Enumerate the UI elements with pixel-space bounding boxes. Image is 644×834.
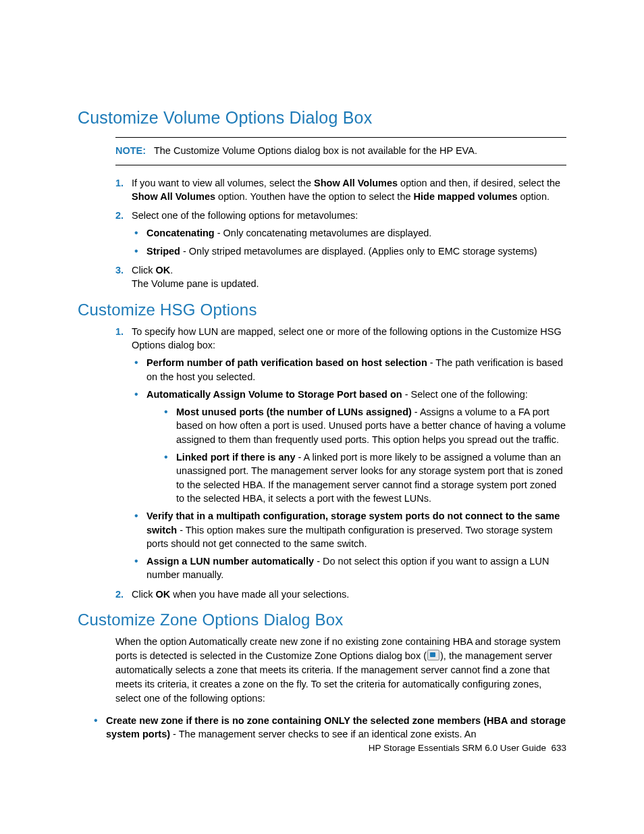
- section1-content: NOTE: The Customize Volume Options dialo…: [115, 137, 566, 291]
- bullet-item: Most unused ports (the number of LUNs as…: [161, 405, 566, 446]
- item-number: 2.: [115, 588, 124, 601]
- list-item: 1. To specify how LUN are mapped, select…: [115, 325, 566, 582]
- section2-content: 1. To specify how LUN are mapped, select…: [115, 325, 566, 601]
- document-page: Customize Volume Options Dialog Box NOTE…: [0, 0, 644, 834]
- section2-list: 1. To specify how LUN are mapped, select…: [115, 325, 566, 601]
- section3-content: Create new zone if there is no zone cont…: [115, 714, 566, 741]
- text-run: option. Youthen have the option to selec…: [215, 191, 413, 202]
- text-run: If you want to view all volumes, select …: [132, 178, 314, 188]
- bullet-item: Concatenating - Only concatenating metav…: [132, 226, 566, 240]
- footer-doc-title: HP Storage Essentials SRM 6.0 User Guide: [369, 743, 546, 753]
- bold-text: Concatenating: [146, 228, 215, 238]
- item-number: 2.: [115, 209, 124, 222]
- bullet-item: Striped - Only striped metavolumes are d…: [132, 244, 566, 258]
- section3-intro: When the option Automatically create new…: [115, 635, 566, 706]
- bold-text: Show All Volumes: [132, 191, 215, 202]
- item-number: 1.: [115, 176, 124, 190]
- dialog-icon: [427, 650, 439, 660]
- bullet-item: Automatically Assign Volume to Storage P…: [132, 388, 566, 505]
- bold-text: Linked port if there is any: [176, 452, 295, 463]
- text-run: .: [170, 265, 173, 276]
- bullet-list: Create new zone if there is no zone cont…: [91, 714, 566, 741]
- bullet-item: Create new zone if there is no zone cont…: [91, 714, 566, 741]
- item-number: 3.: [115, 263, 124, 277]
- bold-text: Perform number of path verification base…: [146, 357, 427, 368]
- nested-bullet-list: Most unused ports (the number of LUNs as…: [161, 405, 566, 505]
- text-run: - Select one of the following:: [402, 389, 528, 400]
- note-text: The Customize Volume Options dialog box …: [154, 145, 477, 156]
- item-number: 1.: [115, 325, 124, 338]
- heading-customize-zone-options: Customize Zone Options Dialog Box: [78, 610, 566, 629]
- text-run: option.: [517, 191, 549, 202]
- list-item: 3. Click OK. The Volume pane is updated.: [115, 263, 566, 291]
- heading-customize-hsg-options: Customize HSG Options: [78, 301, 566, 319]
- bold-text: OK: [155, 265, 170, 276]
- text-run: when you have made all your selections.: [170, 589, 349, 600]
- heading-customize-volume-options: Customize Volume Options Dialog Box: [78, 108, 566, 128]
- note-block: NOTE: The Customize Volume Options dialo…: [115, 137, 566, 165]
- list-item: 2. Click OK when you have made all your …: [115, 588, 566, 601]
- note-label: NOTE:: [115, 145, 146, 156]
- bold-text: Automatically Assign Volume to Storage P…: [146, 389, 402, 400]
- text-run: - This option makes sure the multipath c…: [146, 525, 553, 549]
- text-run: Click: [132, 589, 155, 600]
- bullet-list: Concatenating - Only concatenating metav…: [132, 226, 566, 258]
- list-item: 1. If you want to view all volumes, sele…: [115, 176, 566, 204]
- bullet-list: Perform number of path verification base…: [132, 356, 566, 581]
- list-item: 2. Select one of the following options f…: [115, 209, 566, 258]
- bold-text: Striped: [146, 246, 180, 257]
- followup-text: The Volume pane is updated.: [132, 277, 566, 290]
- bold-text: Most unused ports (the number of LUNs as…: [176, 407, 412, 417]
- text-run: option and then, if desired, select the: [398, 178, 560, 188]
- text-run: To specify how LUN are mapped, select on…: [132, 326, 562, 350]
- bold-text: OK: [155, 589, 170, 600]
- bullet-item: Verify that in a multipath configuration…: [132, 509, 566, 550]
- text-run: Select one of the following options for …: [132, 210, 358, 221]
- text-run: - Only striped metavolumes are displayed…: [180, 246, 537, 257]
- bold-text: Hide mapped volumes: [414, 191, 518, 202]
- bullet-item: Linked port if there is any - A linked p…: [161, 450, 566, 505]
- text-run: - Only concatenating metavolumes are dis…: [215, 228, 432, 238]
- text-run: Click: [132, 265, 155, 276]
- bullet-item: Perform number of path verification base…: [132, 356, 566, 384]
- section1-list: 1. If you want to view all volumes, sele…: [115, 176, 566, 291]
- bold-text: Assign a LUN number automatically: [146, 556, 314, 567]
- page-footer: HP Storage Essentials SRM 6.0 User Guide…: [369, 743, 566, 753]
- text-run: - The management server checks to see if…: [170, 729, 477, 739]
- bullet-item: Assign a LUN number automatically - Do n…: [132, 554, 566, 582]
- bold-text: Show All Volumes: [314, 178, 398, 188]
- footer-page-number: 633: [551, 743, 566, 753]
